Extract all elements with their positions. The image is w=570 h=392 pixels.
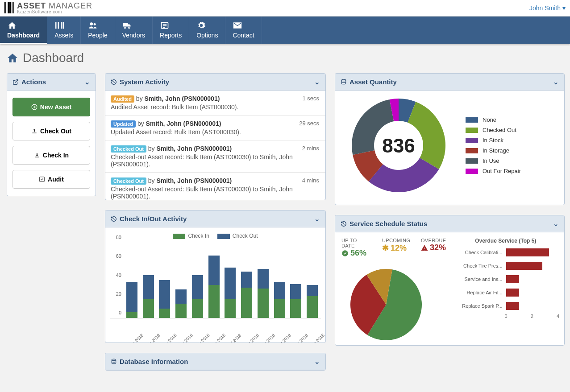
activity-item[interactable]: Audited by Smith, John (PSN000001)Audite… (105, 91, 325, 116)
user-menu[interactable]: John Smith ▾ (529, 4, 566, 12)
top-bar: ASSET MANAGER KaizenSoftware.com John Sm… (0, 0, 570, 17)
svg-point-9 (128, 27, 129, 28)
check-in-button[interactable]: Check In (12, 146, 90, 165)
asset-quantity-header[interactable]: Asset Quantity ⌄ (335, 74, 564, 91)
upload-icon (31, 128, 37, 134)
home-icon (7, 21, 40, 30)
svg-point-8 (124, 27, 125, 28)
activity-time: 29 secs (299, 120, 319, 127)
activity-time: 1 secs (302, 95, 319, 102)
svg-rect-3 (60, 22, 60, 29)
bar-column: Jul 2018 (224, 268, 237, 318)
bar-column: Feb 2018 (141, 275, 155, 318)
activity-badge: Updated (111, 120, 136, 128)
nav-people[interactable]: People (81, 17, 115, 44)
chevron-down-icon[interactable]: ⌄ (553, 220, 559, 228)
overdue-bar-row: Service and Ins... (454, 275, 558, 283)
bar-column: Dec 2018 (305, 285, 319, 318)
nav-reports[interactable]: Reports (153, 17, 189, 44)
system-activity-header[interactable]: System Activity ⌄ (105, 74, 325, 91)
svg-rect-5 (62, 22, 64, 29)
activity-badge: Audited (111, 95, 134, 103)
activity-badge: Checked Out (111, 177, 146, 185)
external-link-icon (12, 79, 19, 85)
overdue-bar-row: Replace Spark P... (454, 302, 558, 310)
svg-point-14 (341, 79, 345, 81)
bar-column: Sep 2018 (256, 269, 270, 318)
overdue-top5-title: Overdue Service (Top 5) (454, 238, 558, 244)
service-schedule-header[interactable]: Service Schedule Status ⌄ (335, 215, 564, 232)
overdue-bar-row: Replace Air Fil... (454, 289, 558, 297)
main-nav: DashboardAssetsPeopleVendorsReportsOptio… (0, 17, 570, 44)
svg-rect-12 (40, 177, 45, 182)
svg-point-7 (94, 23, 96, 25)
check-square-icon (39, 176, 45, 182)
database-icon (341, 79, 347, 85)
chevron-down-icon[interactable]: ⌄ (314, 358, 320, 366)
chevron-down-icon[interactable]: ⌄ (84, 78, 90, 86)
database-icon (111, 359, 117, 365)
legend-row: In Storage (466, 147, 521, 154)
history-icon (111, 216, 117, 222)
bar-column: Oct 2018 (273, 282, 287, 318)
check-out-button[interactable]: Check Out (12, 122, 90, 140)
activity-item[interactable]: Checked Out by Smith, John (PSN000001)Ch… (105, 140, 325, 173)
chevron-down-icon[interactable]: ⌄ (314, 78, 320, 86)
bar-column: Jan 2018 (125, 282, 139, 318)
checkinout-chart: Check In Check Out 020406080 Jan 2018Feb… (105, 227, 325, 342)
page-header: Dashboard (7, 51, 563, 65)
nav-options[interactable]: Options (189, 17, 225, 44)
app-logo: ASSET MANAGER KaizenSoftware.com (4, 2, 92, 14)
svg-rect-4 (61, 22, 62, 29)
chevron-down-icon[interactable]: ⌄ (314, 215, 320, 223)
donut-chart: 836 (341, 94, 457, 197)
list-icon (160, 21, 182, 30)
warning-icon (421, 244, 428, 252)
asset-quantity-panel: Asset Quantity ⌄ 836 NoneChecked OutIn S… (335, 73, 565, 205)
actions-panel-header[interactable]: Actions ⌄ (7, 74, 96, 91)
activity-badge: Checked Out (111, 145, 146, 153)
nav-dashboard[interactable]: Dashboard (0, 17, 47, 44)
app-subtitle: KaizenSoftware.com (17, 10, 92, 14)
service-schedule-panel: Service Schedule Status ⌄ UP TO DATE 56%… (335, 215, 565, 346)
users-icon (88, 21, 108, 30)
database-info-header[interactable]: Database Information ⌄ (105, 353, 325, 370)
gear-icon (196, 21, 218, 30)
chevron-down-icon[interactable]: ⌄ (553, 78, 559, 86)
bar-column: Nov 2018 (289, 284, 303, 318)
svg-point-13 (112, 359, 116, 361)
activity-item[interactable]: Updated by Smith, John (PSN000001)Update… (105, 116, 325, 140)
nav-vendors[interactable]: Vendors (115, 17, 153, 44)
nav-assets[interactable]: Assets (47, 17, 81, 44)
activity-time: 4 mins (302, 177, 319, 184)
service-stats: UP TO DATE 56% UPCOMING ✱12% OVERDUE 32% (341, 238, 446, 258)
activity-list[interactable]: Audited by Smith, John (PSN000001)Audite… (105, 91, 325, 200)
plus-circle-icon (31, 104, 37, 110)
mail-icon (233, 21, 254, 30)
barcode-icon (4, 2, 14, 13)
barcode-icon (54, 21, 73, 30)
asterisk-icon: ✱ (382, 243, 389, 253)
svg-point-6 (90, 22, 93, 25)
service-pie-chart (341, 262, 431, 342)
legend-row: In Stock (466, 137, 521, 144)
chevron-down-icon: ▾ (562, 4, 566, 12)
legend-row: Out For Repair (466, 168, 521, 174)
history-icon (111, 79, 117, 85)
audit-button[interactable]: Audit (12, 170, 90, 189)
actions-panel: Actions ⌄ New Asset Check Out Check In (7, 73, 96, 196)
svg-rect-0 (55, 22, 56, 29)
truck-icon (122, 21, 145, 30)
donut-legend: NoneChecked OutIn StockIn StorageIn UseO… (466, 116, 521, 174)
activity-time: 2 mins (302, 145, 319, 152)
checkinout-panel: Check In/Out Activity ⌄ Check In Check O… (105, 210, 326, 343)
legend-row: Checked Out (466, 127, 521, 133)
home-icon (7, 52, 18, 64)
nav-contact[interactable]: Contact (225, 17, 262, 44)
new-asset-button[interactable]: New Asset (12, 98, 90, 116)
checkinout-header[interactable]: Check In/Out Activity ⌄ (105, 210, 325, 227)
overdue-top5-chart: Check Calibrati...Check Tire Pres...Serv… (454, 248, 558, 310)
database-info-panel: Database Information ⌄ (105, 353, 326, 371)
svg-rect-1 (57, 22, 57, 29)
activity-item[interactable]: Checked Out by Smith, John (PSN000001)Ch… (105, 173, 325, 200)
